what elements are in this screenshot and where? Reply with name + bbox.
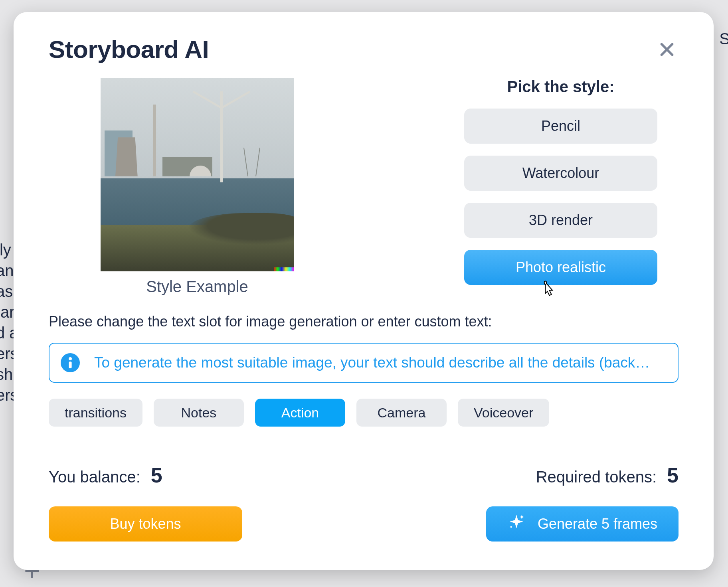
info-text: To generate the most suitable image, you… — [94, 354, 667, 371]
close-button[interactable] — [655, 38, 679, 61]
text-slot-tabs: transitions Notes Action Camera Voiceove… — [49, 399, 679, 427]
slot-tab-action[interactable]: Action — [255, 399, 345, 427]
modal-action-row: Buy tokens Generate 5 frames — [49, 506, 679, 542]
close-icon — [658, 40, 676, 59]
modal-header: Storyboard AI — [49, 35, 679, 63]
style-option-pencil[interactable]: Pencil — [464, 109, 657, 144]
generate-frames-label: Generate 5 frames — [538, 516, 657, 532]
style-picker: Pick the style: Pencil Watercolour 3D re… — [459, 78, 663, 296]
style-example-caption: Style Example — [146, 278, 248, 296]
slot-tab-voiceover[interactable]: Voiceover — [458, 399, 549, 427]
required-tokens-value: 5 — [667, 463, 679, 487]
your-balance-value: 5 — [151, 463, 162, 487]
style-option-watercolour[interactable]: Watercolour — [464, 156, 657, 191]
info-box[interactable]: To generate the most suitable image, you… — [49, 343, 679, 383]
svg-rect-3 — [69, 362, 71, 368]
slot-tab-notes[interactable]: Notes — [154, 399, 244, 427]
your-balance-label: You balance: — [49, 468, 140, 486]
your-balance: You balance: 5 — [49, 463, 162, 487]
style-options-list: Pencil Watercolour 3D render Photo reali… — [464, 109, 657, 285]
slot-tab-transitions[interactable]: transitions — [49, 399, 142, 427]
modal-title: Storyboard AI — [49, 35, 209, 63]
sparkle-icon — [507, 513, 526, 535]
generate-frames-button[interactable]: Generate 5 frames — [486, 506, 679, 542]
style-example-image — [101, 78, 294, 271]
buy-tokens-button[interactable]: Buy tokens — [49, 506, 242, 542]
background-right-partial-text: S — [719, 30, 728, 48]
style-example-block: Style Example — [101, 78, 294, 296]
slot-tab-camera[interactable]: Camera — [356, 399, 447, 427]
token-balance-row: You balance: 5 Required tokens: 5 — [49, 463, 679, 487]
style-option-photo-realistic[interactable]: Photo realistic — [464, 250, 657, 285]
style-option-3d-render[interactable]: 3D render — [464, 203, 657, 238]
info-icon — [61, 353, 80, 372]
storyboard-ai-modal: Storyboard AI — [14, 12, 714, 570]
svg-point-2 — [69, 357, 72, 360]
required-tokens-label: Required tokens: — [536, 468, 657, 486]
instruction-label: Please change the text slot for image ge… — [49, 313, 679, 330]
pick-style-label: Pick the style: — [507, 78, 614, 96]
required-tokens: Required tokens: 5 — [536, 463, 679, 487]
